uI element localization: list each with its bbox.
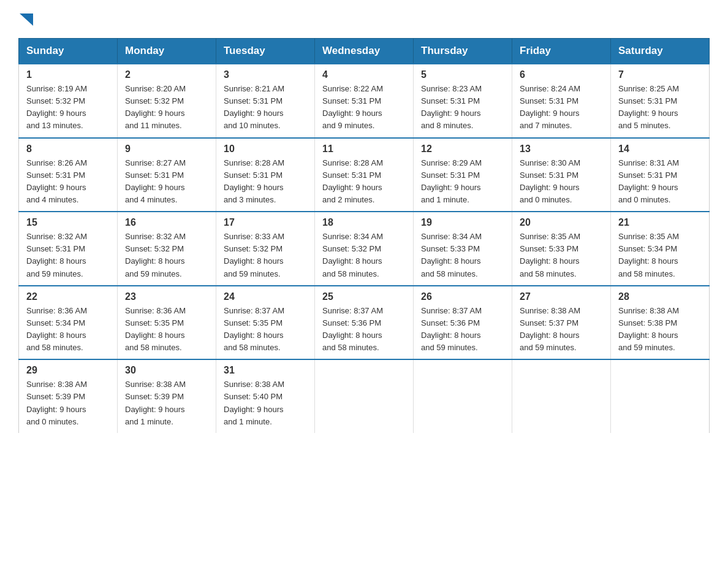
header-tuesday: Tuesday — [216, 39, 315, 64]
day-info: Sunrise: 8:28 AMSunset: 5:31 PMDaylight:… — [224, 157, 307, 207]
header-monday: Monday — [118, 39, 216, 64]
week-row-5: 29 Sunrise: 8:38 AMSunset: 5:39 PMDaylig… — [19, 359, 710, 433]
week-row-4: 22 Sunrise: 8:36 AMSunset: 5:34 PMDaylig… — [19, 286, 710, 360]
day-info: Sunrise: 8:22 AMSunset: 5:31 PMDaylight:… — [322, 83, 406, 132]
day-cell: 2 Sunrise: 8:20 AMSunset: 5:32 PMDayligh… — [118, 64, 216, 138]
day-cell: 6 Sunrise: 8:24 AMSunset: 5:31 PMDayligh… — [512, 64, 611, 138]
day-number: 23 — [125, 291, 208, 302]
week-row-3: 15 Sunrise: 8:32 AMSunset: 5:31 PMDaylig… — [19, 212, 710, 286]
day-info: Sunrise: 8:30 AMSunset: 5:31 PMDaylight:… — [520, 157, 603, 207]
day-number: 29 — [26, 365, 110, 376]
day-cell: 12 Sunrise: 8:29 AMSunset: 5:31 PMDaylig… — [414, 138, 512, 212]
day-number: 15 — [26, 217, 110, 228]
day-number: 4 — [322, 69, 406, 80]
header-wednesday: Wednesday — [315, 39, 414, 64]
day-info: Sunrise: 8:34 AMSunset: 5:32 PMDaylight:… — [322, 231, 406, 280]
day-cell — [414, 359, 512, 433]
day-number: 20 — [520, 217, 603, 228]
day-cell: 4 Sunrise: 8:22 AMSunset: 5:31 PMDayligh… — [315, 64, 414, 138]
day-number: 31 — [224, 365, 307, 376]
logo — [18, 12, 33, 27]
day-number: 10 — [224, 144, 307, 155]
day-info: Sunrise: 8:38 AMSunset: 5:39 PMDaylight:… — [125, 378, 208, 428]
day-info: Sunrise: 8:26 AMSunset: 5:31 PMDaylight:… — [26, 157, 110, 207]
day-cell: 18 Sunrise: 8:34 AMSunset: 5:32 PMDaylig… — [315, 212, 414, 286]
day-number: 28 — [618, 291, 702, 302]
calendar-table: SundayMondayTuesdayWednesdayThursdayFrid… — [18, 38, 710, 433]
day-info: Sunrise: 8:19 AMSunset: 5:32 PMDaylight:… — [26, 83, 110, 132]
day-info: Sunrise: 8:37 AMSunset: 5:35 PMDaylight:… — [224, 305, 307, 354]
day-cell: 19 Sunrise: 8:34 AMSunset: 5:33 PMDaylig… — [414, 212, 512, 286]
header-saturday: Saturday — [611, 39, 710, 64]
day-cell: 24 Sunrise: 8:37 AMSunset: 5:35 PMDaylig… — [216, 286, 315, 360]
day-cell — [315, 359, 414, 433]
day-number: 26 — [421, 291, 504, 302]
day-info: Sunrise: 8:24 AMSunset: 5:31 PMDaylight:… — [520, 83, 603, 132]
day-cell: 26 Sunrise: 8:37 AMSunset: 5:36 PMDaylig… — [414, 286, 512, 360]
day-info: Sunrise: 8:38 AMSunset: 5:39 PMDaylight:… — [26, 378, 110, 428]
day-number: 16 — [125, 217, 208, 228]
day-cell: 20 Sunrise: 8:35 AMSunset: 5:33 PMDaylig… — [512, 212, 611, 286]
day-cell: 14 Sunrise: 8:31 AMSunset: 5:31 PMDaylig… — [611, 138, 710, 212]
day-info: Sunrise: 8:28 AMSunset: 5:31 PMDaylight:… — [322, 157, 406, 207]
day-cell: 30 Sunrise: 8:38 AMSunset: 5:39 PMDaylig… — [118, 359, 216, 433]
day-number: 14 — [618, 144, 702, 155]
day-cell: 27 Sunrise: 8:38 AMSunset: 5:37 PMDaylig… — [512, 286, 611, 360]
day-cell: 8 Sunrise: 8:26 AMSunset: 5:31 PMDayligh… — [19, 138, 118, 212]
day-info: Sunrise: 8:33 AMSunset: 5:32 PMDaylight:… — [224, 231, 307, 280]
day-cell: 7 Sunrise: 8:25 AMSunset: 5:31 PMDayligh… — [611, 64, 710, 138]
day-cell: 10 Sunrise: 8:28 AMSunset: 5:31 PMDaylig… — [216, 138, 315, 212]
day-number: 22 — [26, 291, 110, 302]
day-info: Sunrise: 8:32 AMSunset: 5:32 PMDaylight:… — [125, 231, 208, 280]
day-number: 9 — [125, 144, 208, 155]
day-number: 17 — [224, 217, 307, 228]
day-number: 7 — [618, 69, 702, 80]
svg-marker-0 — [20, 13, 33, 26]
week-row-1: 1 Sunrise: 8:19 AMSunset: 5:32 PMDayligh… — [19, 64, 710, 138]
day-cell: 28 Sunrise: 8:38 AMSunset: 5:38 PMDaylig… — [611, 286, 710, 360]
day-info: Sunrise: 8:36 AMSunset: 5:35 PMDaylight:… — [125, 305, 208, 354]
week-row-2: 8 Sunrise: 8:26 AMSunset: 5:31 PMDayligh… — [19, 138, 710, 212]
day-cell: 11 Sunrise: 8:28 AMSunset: 5:31 PMDaylig… — [315, 138, 414, 212]
day-number: 21 — [618, 217, 702, 228]
day-cell: 1 Sunrise: 8:19 AMSunset: 5:32 PMDayligh… — [19, 64, 118, 138]
day-cell: 3 Sunrise: 8:21 AMSunset: 5:31 PMDayligh… — [216, 64, 315, 138]
day-info: Sunrise: 8:31 AMSunset: 5:31 PMDaylight:… — [618, 157, 702, 207]
day-number: 1 — [26, 69, 110, 80]
day-number: 2 — [125, 69, 208, 80]
day-cell — [611, 359, 710, 433]
day-cell: 31 Sunrise: 8:38 AMSunset: 5:40 PMDaylig… — [216, 359, 315, 433]
weekday-header-row: SundayMondayTuesdayWednesdayThursdayFrid… — [19, 39, 710, 64]
day-number: 11 — [322, 144, 406, 155]
day-cell: 15 Sunrise: 8:32 AMSunset: 5:31 PMDaylig… — [19, 212, 118, 286]
day-cell — [512, 359, 611, 433]
day-info: Sunrise: 8:34 AMSunset: 5:33 PMDaylight:… — [421, 231, 504, 280]
logo-triangle-icon — [20, 13, 33, 27]
header-thursday: Thursday — [414, 39, 512, 64]
header-sunday: Sunday — [19, 39, 118, 64]
day-cell: 23 Sunrise: 8:36 AMSunset: 5:35 PMDaylig… — [118, 286, 216, 360]
day-info: Sunrise: 8:38 AMSunset: 5:37 PMDaylight:… — [520, 305, 603, 354]
day-cell: 13 Sunrise: 8:30 AMSunset: 5:31 PMDaylig… — [512, 138, 611, 212]
day-cell: 16 Sunrise: 8:32 AMSunset: 5:32 PMDaylig… — [118, 212, 216, 286]
day-number: 18 — [322, 217, 406, 228]
day-number: 27 — [520, 291, 603, 302]
day-info: Sunrise: 8:38 AMSunset: 5:40 PMDaylight:… — [224, 378, 307, 428]
day-cell: 22 Sunrise: 8:36 AMSunset: 5:34 PMDaylig… — [19, 286, 118, 360]
day-info: Sunrise: 8:35 AMSunset: 5:34 PMDaylight:… — [618, 231, 702, 280]
day-info: Sunrise: 8:25 AMSunset: 5:31 PMDaylight:… — [618, 83, 702, 132]
day-info: Sunrise: 8:20 AMSunset: 5:32 PMDaylight:… — [125, 83, 208, 132]
day-info: Sunrise: 8:21 AMSunset: 5:31 PMDaylight:… — [224, 83, 307, 132]
day-number: 5 — [421, 69, 504, 80]
day-cell: 29 Sunrise: 8:38 AMSunset: 5:39 PMDaylig… — [19, 359, 118, 433]
day-info: Sunrise: 8:23 AMSunset: 5:31 PMDaylight:… — [421, 83, 504, 132]
day-info: Sunrise: 8:29 AMSunset: 5:31 PMDaylight:… — [421, 157, 504, 207]
header-friday: Friday — [512, 39, 611, 64]
day-number: 13 — [520, 144, 603, 155]
day-info: Sunrise: 8:32 AMSunset: 5:31 PMDaylight:… — [26, 231, 110, 280]
page-header — [18, 12, 710, 27]
day-number: 8 — [26, 144, 110, 155]
day-info: Sunrise: 8:38 AMSunset: 5:38 PMDaylight:… — [618, 305, 702, 354]
day-info: Sunrise: 8:35 AMSunset: 5:33 PMDaylight:… — [520, 231, 603, 280]
day-number: 24 — [224, 291, 307, 302]
